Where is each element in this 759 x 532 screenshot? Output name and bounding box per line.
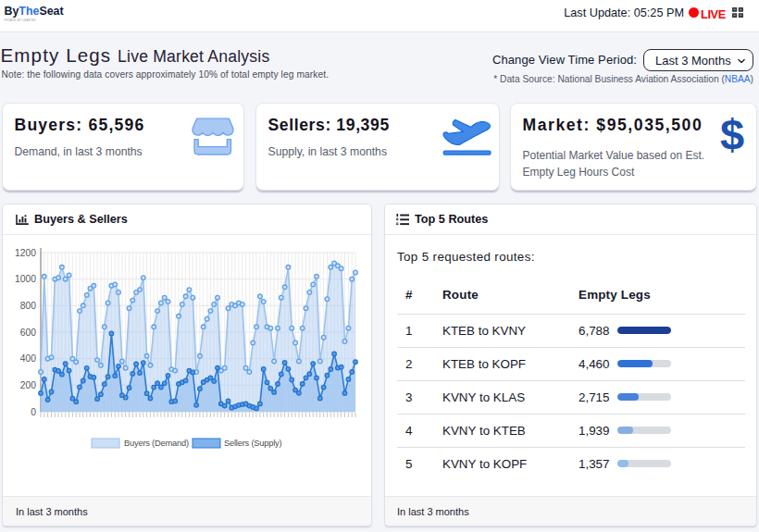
svg-text:0: 0 bbox=[31, 407, 36, 417]
svg-text:Buyers (Demand): Buyers (Demand) bbox=[124, 439, 189, 448]
svg-text:200: 200 bbox=[20, 380, 36, 390]
svg-text:400: 400 bbox=[20, 353, 36, 364]
svg-text:800: 800 bbox=[20, 301, 36, 311]
svg-text:600: 600 bbox=[20, 328, 36, 338]
svg-text:1000: 1000 bbox=[15, 274, 36, 284]
svg-text:Sellers (Supply): Sellers (Supply) bbox=[224, 439, 282, 448]
svg-text:1200: 1200 bbox=[15, 248, 36, 258]
